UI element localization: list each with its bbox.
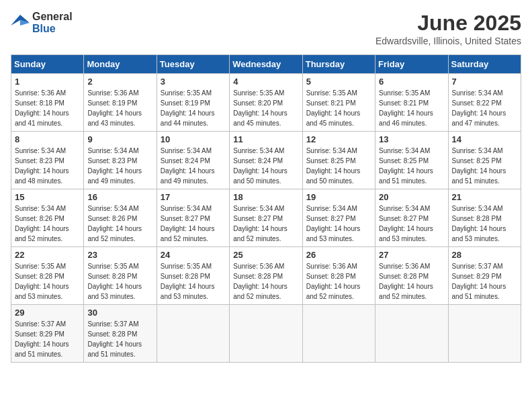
day-info: Sunrise: 5:35 AMSunset: 8:28 PMDaylight:… xyxy=(15,261,80,302)
page-header: General Blue June 2025 Edwardsville, Ill… xyxy=(11,11,521,46)
day-info: Sunrise: 5:35 AMSunset: 8:28 PMDaylight:… xyxy=(87,261,152,302)
day-number: 26 xyxy=(306,250,371,260)
calendar-day-13: 13Sunrise: 5:34 AMSunset: 8:25 PMDayligh… xyxy=(375,132,448,189)
day-number: 30 xyxy=(87,308,152,318)
day-number: 19 xyxy=(306,192,371,202)
day-info: Sunrise: 5:34 AMSunset: 8:23 PMDaylight:… xyxy=(15,146,80,186)
header-monday: Monday xyxy=(84,55,157,74)
calendar-day-19: 19Sunrise: 5:34 AMSunset: 8:27 PMDayligh… xyxy=(302,189,375,247)
calendar-day-3: 3Sunrise: 5:35 AMSunset: 8:19 PMDaylight… xyxy=(157,74,229,132)
calendar-day-28: 28Sunrise: 5:37 AMSunset: 8:29 PMDayligh… xyxy=(448,247,521,305)
calendar-day-empty xyxy=(230,305,302,363)
day-number: 24 xyxy=(161,250,226,260)
calendar-day-14: 14Sunrise: 5:34 AMSunset: 8:25 PMDayligh… xyxy=(448,132,521,189)
calendar-day-22: 22Sunrise: 5:35 AMSunset: 8:28 PMDayligh… xyxy=(11,247,84,305)
calendar-week-row: 15Sunrise: 5:34 AMSunset: 8:26 PMDayligh… xyxy=(11,189,521,247)
day-info: Sunrise: 5:34 AMSunset: 8:27 PMDaylight:… xyxy=(379,203,444,244)
day-info: Sunrise: 5:36 AMSunset: 8:19 PMDaylight:… xyxy=(87,88,152,128)
day-number: 20 xyxy=(379,192,444,202)
day-number: 14 xyxy=(452,134,517,144)
day-number: 16 xyxy=(87,192,152,202)
day-info: Sunrise: 5:34 AMSunset: 8:25 PMDaylight:… xyxy=(452,146,517,186)
calendar-day-4: 4Sunrise: 5:35 AMSunset: 8:20 PMDaylight… xyxy=(230,74,302,132)
day-info: Sunrise: 5:34 AMSunset: 8:24 PMDaylight:… xyxy=(161,146,226,186)
day-info: Sunrise: 5:34 AMSunset: 8:27 PMDaylight:… xyxy=(233,203,298,244)
day-number: 13 xyxy=(379,134,444,144)
day-info: Sunrise: 5:36 AMSunset: 8:28 PMDaylight:… xyxy=(233,261,298,302)
day-number: 9 xyxy=(87,134,152,144)
day-info: Sunrise: 5:34 AMSunset: 8:27 PMDaylight:… xyxy=(161,203,226,244)
calendar-day-20: 20Sunrise: 5:34 AMSunset: 8:27 PMDayligh… xyxy=(375,189,448,247)
calendar-day-9: 9Sunrise: 5:34 AMSunset: 8:23 PMDaylight… xyxy=(84,132,157,189)
calendar-day-10: 10Sunrise: 5:34 AMSunset: 8:24 PMDayligh… xyxy=(157,132,229,189)
day-info: Sunrise: 5:34 AMSunset: 8:22 PMDaylight:… xyxy=(452,88,517,128)
day-number: 25 xyxy=(233,250,298,260)
day-number: 18 xyxy=(233,192,298,202)
day-number: 5 xyxy=(306,77,371,87)
title-area: June 2025 Edwardsville, Illinois, United… xyxy=(375,11,521,46)
day-number: 23 xyxy=(87,250,152,260)
day-info: Sunrise: 5:37 AMSunset: 8:29 PMDaylight:… xyxy=(452,261,517,302)
day-info: Sunrise: 5:36 AMSunset: 8:18 PMDaylight:… xyxy=(15,88,80,128)
calendar-day-empty xyxy=(375,305,448,363)
calendar-day-11: 11Sunrise: 5:34 AMSunset: 8:24 PMDayligh… xyxy=(230,132,302,189)
day-number: 12 xyxy=(306,134,371,144)
calendar-day-8: 8Sunrise: 5:34 AMSunset: 8:23 PMDaylight… xyxy=(11,132,84,189)
day-info: Sunrise: 5:34 AMSunset: 8:26 PMDaylight:… xyxy=(87,203,152,244)
calendar-day-21: 21Sunrise: 5:34 AMSunset: 8:28 PMDayligh… xyxy=(448,189,521,247)
calendar-week-row: 8Sunrise: 5:34 AMSunset: 8:23 PMDaylight… xyxy=(11,132,521,189)
header-sunday: Sunday xyxy=(11,55,84,74)
calendar-week-row: 1Sunrise: 5:36 AMSunset: 8:18 PMDaylight… xyxy=(11,74,521,132)
calendar-day-empty xyxy=(157,305,229,363)
day-number: 21 xyxy=(452,192,517,202)
day-number: 4 xyxy=(233,77,298,87)
day-number: 27 xyxy=(379,250,444,260)
day-info: Sunrise: 5:35 AMSunset: 8:19 PMDaylight:… xyxy=(161,88,226,128)
day-number: 8 xyxy=(15,134,80,144)
calendar-day-empty xyxy=(302,305,375,363)
location-title: Edwardsville, Illinois, United States xyxy=(375,36,521,46)
day-number: 2 xyxy=(87,77,152,87)
header-tuesday: Tuesday xyxy=(157,55,229,74)
header-wednesday: Wednesday xyxy=(230,55,302,74)
day-number: 15 xyxy=(15,192,80,202)
logo-icon xyxy=(11,13,30,32)
calendar-day-2: 2Sunrise: 5:36 AMSunset: 8:19 PMDaylight… xyxy=(84,74,157,132)
calendar-table: SundayMondayTuesdayWednesdayThursdayFrid… xyxy=(11,54,521,363)
calendar-day-30: 30Sunrise: 5:37 AMSunset: 8:28 PMDayligh… xyxy=(84,305,157,363)
calendar-day-1: 1Sunrise: 5:36 AMSunset: 8:18 PMDaylight… xyxy=(11,74,84,132)
day-number: 28 xyxy=(452,250,517,260)
logo: General Blue xyxy=(11,11,73,34)
day-info: Sunrise: 5:35 AMSunset: 8:21 PMDaylight:… xyxy=(306,88,371,128)
day-number: 29 xyxy=(15,308,80,318)
day-info: Sunrise: 5:34 AMSunset: 8:27 PMDaylight:… xyxy=(306,203,371,244)
day-number: 22 xyxy=(15,250,80,260)
calendar-day-15: 15Sunrise: 5:34 AMSunset: 8:26 PMDayligh… xyxy=(11,189,84,247)
calendar-day-16: 16Sunrise: 5:34 AMSunset: 8:26 PMDayligh… xyxy=(84,189,157,247)
header-saturday: Saturday xyxy=(448,55,521,74)
day-info: Sunrise: 5:36 AMSunset: 8:28 PMDaylight:… xyxy=(379,261,444,302)
calendar-header-row: SundayMondayTuesdayWednesdayThursdayFrid… xyxy=(11,55,521,74)
day-info: Sunrise: 5:34 AMSunset: 8:23 PMDaylight:… xyxy=(87,146,152,186)
day-info: Sunrise: 5:34 AMSunset: 8:24 PMDaylight:… xyxy=(233,146,298,186)
day-info: Sunrise: 5:36 AMSunset: 8:28 PMDaylight:… xyxy=(306,261,371,302)
day-number: 17 xyxy=(161,192,226,202)
day-info: Sunrise: 5:34 AMSunset: 8:25 PMDaylight:… xyxy=(379,146,444,186)
calendar-week-row: 29Sunrise: 5:37 AMSunset: 8:29 PMDayligh… xyxy=(11,305,521,363)
calendar-day-12: 12Sunrise: 5:34 AMSunset: 8:25 PMDayligh… xyxy=(302,132,375,189)
month-title: June 2025 xyxy=(375,11,521,36)
calendar-day-23: 23Sunrise: 5:35 AMSunset: 8:28 PMDayligh… xyxy=(84,247,157,305)
day-info: Sunrise: 5:34 AMSunset: 8:25 PMDaylight:… xyxy=(306,146,371,186)
day-number: 1 xyxy=(15,77,80,87)
calendar-day-24: 24Sunrise: 5:35 AMSunset: 8:28 PMDayligh… xyxy=(157,247,229,305)
day-number: 11 xyxy=(233,134,298,144)
day-info: Sunrise: 5:34 AMSunset: 8:26 PMDaylight:… xyxy=(15,203,80,244)
calendar-day-5: 5Sunrise: 5:35 AMSunset: 8:21 PMDaylight… xyxy=(302,74,375,132)
day-info: Sunrise: 5:34 AMSunset: 8:28 PMDaylight:… xyxy=(452,203,517,244)
day-info: Sunrise: 5:35 AMSunset: 8:21 PMDaylight:… xyxy=(379,88,444,128)
day-info: Sunrise: 5:37 AMSunset: 8:29 PMDaylight:… xyxy=(15,319,80,359)
logo-general: General xyxy=(32,11,73,23)
header-thursday: Thursday xyxy=(302,55,375,74)
calendar-day-6: 6Sunrise: 5:35 AMSunset: 8:21 PMDaylight… xyxy=(375,74,448,132)
header-friday: Friday xyxy=(375,55,448,74)
